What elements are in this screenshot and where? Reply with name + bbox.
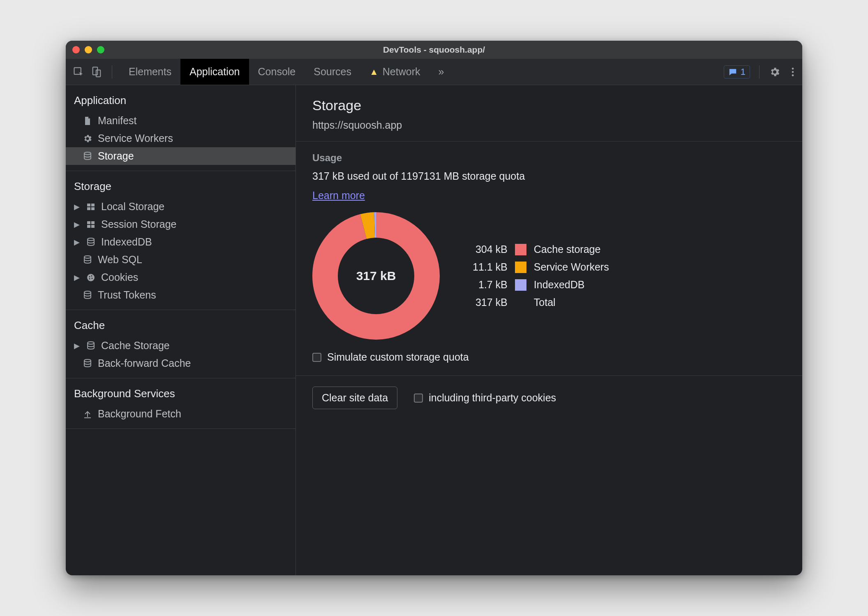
simulate-quota-row: Simulate custom storage quota [312, 351, 786, 363]
speech-bubble-icon [728, 67, 737, 76]
devtools-window: DevTools - squoosh.app/ Elements Applica… [66, 41, 802, 575]
device-toolbar-icon[interactable] [90, 66, 103, 78]
warning-icon: ▲ [369, 67, 379, 77]
svg-rect-9 [87, 207, 90, 210]
tab-label: Console [258, 66, 296, 78]
sidebar-item-label: Web SQL [98, 254, 142, 266]
sidebar-item-label: Trust Tokens [98, 289, 156, 301]
svg-point-22 [84, 291, 91, 294]
caret-icon: ▶ [73, 341, 81, 350]
usage-summary: 317 kB used out of 1197131 MB storage qu… [312, 170, 786, 182]
sidebar-item-label: Service Workers [98, 132, 173, 144]
db-icon [82, 255, 93, 265]
sidebar-item-back-forward-cache[interactable]: Back-forward Cache [66, 354, 295, 372]
sidebar-heading: Cache [66, 315, 295, 337]
minimize-window-button[interactable] [85, 46, 92, 53]
sidebar-item-trust-tokens[interactable]: Trust Tokens [66, 286, 295, 304]
divider [112, 65, 112, 79]
legend-label: Cache storage [534, 243, 609, 255]
legend-label: Service Workers [534, 261, 609, 273]
svg-rect-13 [87, 225, 90, 228]
tabs-overflow-label: » [438, 66, 444, 78]
settings-icon[interactable] [769, 66, 781, 78]
db-icon [82, 151, 93, 162]
issues-count: 1 [741, 67, 746, 77]
sidebar-item-label: Session Storage [101, 218, 176, 230]
window-controls [72, 46, 104, 53]
tab-label: Sources [314, 66, 351, 78]
clear-site-data-button[interactable]: Clear site data [312, 387, 397, 409]
svg-point-23 [88, 342, 94, 344]
learn-more-link[interactable]: Learn more [312, 190, 365, 201]
svg-point-20 [92, 278, 93, 279]
sidebar-item-label: Background Fetch [98, 408, 181, 420]
sidebar-item-storage[interactable]: Storage [66, 147, 295, 165]
tab-elements[interactable]: Elements [120, 59, 180, 85]
legend-swatch [515, 244, 526, 255]
sidebar: ApplicationManifestService WorkersStorag… [66, 85, 296, 575]
usage-section: Usage 317 kB used out of 1197131 MB stor… [296, 141, 802, 376]
inspect-element-icon[interactable] [72, 66, 85, 78]
kebab-menu-icon[interactable] [787, 66, 799, 78]
tab-application[interactable]: Application [180, 59, 249, 85]
upload-icon [82, 409, 93, 419]
svg-point-4 [792, 71, 794, 73]
svg-rect-11 [87, 221, 90, 224]
svg-rect-1 [93, 67, 98, 75]
legend-value: 304 kB [473, 243, 508, 255]
legend-value: 1.7 kB [473, 279, 508, 291]
sidebar-item-local-storage[interactable]: ▶Local Storage [66, 198, 295, 215]
tabs-overflow[interactable]: » [429, 59, 453, 85]
svg-rect-8 [91, 204, 95, 206]
svg-point-17 [87, 274, 95, 281]
tab-console[interactable]: Console [249, 59, 305, 85]
tab-label: Network [383, 66, 420, 78]
close-window-button[interactable] [72, 46, 80, 53]
svg-point-16 [84, 256, 91, 258]
caret-icon: ▶ [73, 238, 81, 247]
panel-title: Storage [312, 97, 786, 113]
usage-legend: 304 kBCache storage11.1 kBService Worker… [473, 243, 609, 308]
sidebar-item-label: Storage [98, 150, 134, 162]
gear-icon [82, 133, 93, 144]
sidebar-item-manifest[interactable]: Manifest [66, 112, 295, 130]
svg-point-19 [91, 275, 92, 276]
sidebar-item-label: Manifest [98, 115, 136, 127]
svg-point-6 [84, 152, 91, 155]
window-title: DevTools - squoosh.app/ [66, 45, 802, 55]
cookie-icon [85, 272, 96, 283]
panel-header: Storage https://squoosh.app [296, 85, 802, 141]
svg-rect-10 [91, 207, 95, 210]
zoom-window-button[interactable] [97, 46, 104, 53]
issues-badge[interactable]: 1 [724, 65, 750, 79]
sidebar-item-label: Back-forward Cache [98, 357, 191, 369]
sidebar-item-service-workers[interactable]: Service Workers [66, 130, 295, 147]
sidebar-item-cache-storage[interactable]: ▶Cache Storage [66, 337, 295, 354]
sidebar-item-background-fetch[interactable]: Background Fetch [66, 405, 295, 423]
tab-sources[interactable]: Sources [305, 59, 360, 85]
svg-rect-2 [96, 70, 101, 76]
caret-icon: ▶ [73, 273, 81, 282]
include-third-party-checkbox[interactable] [414, 394, 423, 403]
include-third-party-row: including third-party cookies [414, 392, 556, 404]
caret-icon: ▶ [73, 220, 81, 229]
svg-rect-14 [91, 225, 95, 228]
svg-point-18 [89, 276, 90, 277]
sidebar-item-cookies[interactable]: ▶Cookies [66, 269, 295, 286]
titlebar: DevTools - squoosh.app/ [66, 41, 802, 59]
svg-point-5 [792, 74, 794, 76]
origin-url: https://squoosh.app [312, 119, 786, 131]
svg-point-24 [84, 359, 91, 362]
sidebar-item-session-storage[interactable]: ▶Session Storage [66, 215, 295, 233]
tab-label: Application [189, 66, 240, 78]
sidebar-item-indexeddb[interactable]: ▶IndexedDB [66, 233, 295, 251]
sidebar-heading: Application [66, 90, 295, 112]
grid-icon [85, 219, 96, 230]
tab-network[interactable]: ▲ Network [360, 59, 429, 85]
sidebar-item-label: Cache Storage [101, 340, 170, 352]
tabs: Elements Application Console Sources ▲ N… [120, 59, 453, 85]
simulate-quota-checkbox[interactable] [312, 353, 321, 362]
db-icon [82, 290, 93, 301]
db-icon [82, 358, 93, 369]
sidebar-item-web-sql[interactable]: Web SQL [66, 251, 295, 269]
